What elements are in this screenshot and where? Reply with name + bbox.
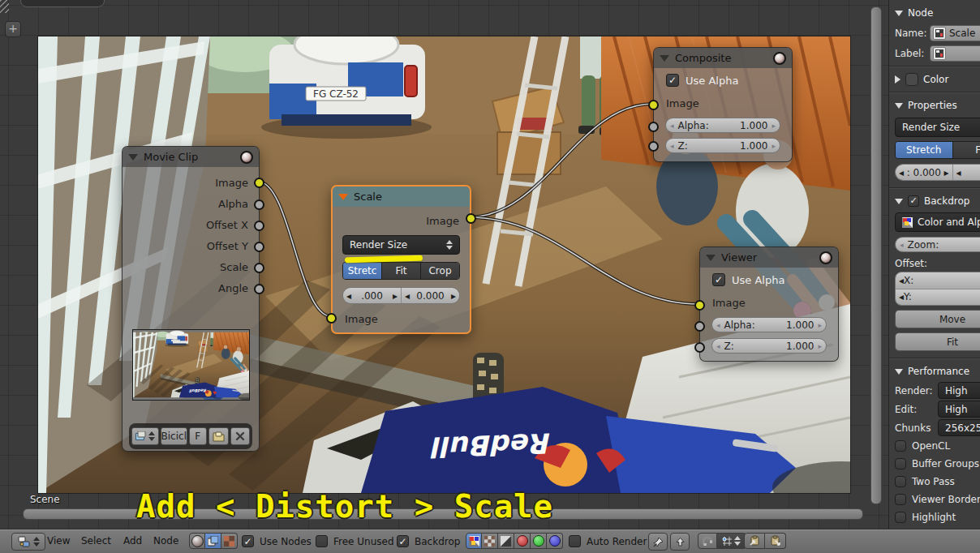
socket-z-input[interactable]	[648, 141, 659, 152]
node-header[interactable]: Scale	[333, 186, 470, 207]
collapse-triangle-icon[interactable]	[338, 194, 348, 200]
node-editor-canvas[interactable]: +	[0, 0, 888, 529]
x-value-slider[interactable]: ◂.000▸	[343, 288, 402, 303]
collapse-triangle-icon[interactable]	[128, 154, 138, 161]
option-highlight[interactable]: Highlight	[895, 508, 980, 526]
collapse-triangle-icon[interactable]	[660, 55, 669, 62]
socket-z-input[interactable]	[694, 342, 705, 353]
option-opencl[interactable]: OpenCL	[895, 437, 980, 455]
node-movie-clip[interactable]: Movie Clip Image Alpha Offset X Offset Y…	[122, 146, 260, 452]
open-file-button[interactable]	[208, 427, 230, 445]
node-header[interactable]: Viewer	[700, 247, 838, 268]
region-corner-handle[interactable]	[0, 0, 9, 13]
menu-node[interactable]: Node	[153, 535, 178, 547]
method-stretch-button[interactable]: Stretch	[896, 142, 953, 158]
render-quality-dropdown[interactable]: High	[938, 382, 980, 399]
option-two-pass[interactable]: Two Pass	[895, 473, 980, 491]
magnet-snap-icon[interactable]	[698, 533, 717, 549]
pin-button[interactable]	[648, 533, 668, 551]
collapsed-header-pill[interactable]	[20, 0, 105, 7]
collapse-triangle-icon[interactable]	[706, 255, 716, 261]
option-viewer-border[interactable]: Viewer Border	[895, 491, 980, 508]
socket-angle-output[interactable]	[254, 284, 264, 294]
method-crop-button[interactable]: Crop	[421, 263, 459, 279]
use-alpha-checkbox[interactable]	[712, 273, 725, 286]
method-fit-button[interactable]: Fit	[382, 263, 421, 279]
node-scale[interactable]: Scale Image Render Size Stretc Fit Crop …	[331, 185, 471, 334]
node-header[interactable]: Movie Clip	[122, 147, 259, 167]
blue-channel-icon[interactable]	[547, 533, 563, 549]
offset-y-slider[interactable]: ◂Y:0.	[896, 289, 980, 306]
use-alpha-checkbox[interactable]	[666, 74, 679, 87]
alpha-value-slider[interactable]: ◂Alpha: 1.000▸	[665, 118, 780, 133]
editor-type-button[interactable]	[11, 533, 45, 551]
fake-user-button[interactable]: F	[189, 427, 207, 445]
alpha-checker-icon[interactable]	[482, 533, 498, 549]
socket-image-input[interactable]	[648, 100, 659, 110]
free-unused-toggle[interactable]: Free Unused	[316, 535, 394, 547]
y-value-slider[interactable]: ◂0.000▸	[402, 288, 459, 303]
node-composite[interactable]: Composite Use Alpha Image ◂Alpha: 1.000▸…	[653, 47, 793, 162]
menu-view[interactable]: View	[47, 535, 70, 547]
red-channel-icon[interactable]	[514, 533, 531, 549]
region-expand-button[interactable]: +	[5, 21, 21, 37]
panel-color[interactable]: Color	[895, 70, 980, 89]
node-viewer[interactable]: Viewer Use Alpha Image ◂Alpha: 1.000▸ ◂Z…	[699, 246, 839, 362]
socket-alpha-input[interactable]	[648, 122, 659, 132]
panel-node[interactable]: Node	[895, 3, 980, 23]
backdrop-channels-dropdown[interactable]: Color and Alpha	[895, 212, 980, 232]
menu-add[interactable]: Add	[123, 535, 142, 547]
node-label-field[interactable]	[930, 45, 980, 62]
socket-image-output[interactable]	[466, 213, 476, 224]
x-value-slider[interactable]: ◂: 0.000▸	[896, 165, 953, 180]
option-buffer-groups[interactable]: Buffer Groups	[895, 455, 980, 473]
shader-nodes-icon[interactable]	[189, 533, 205, 549]
method-fit-button[interactable]: Fit	[953, 142, 980, 158]
socket-image-input[interactable]	[694, 300, 705, 311]
panel-performance[interactable]: Performance	[895, 362, 980, 381]
clip-browse-button[interactable]	[131, 427, 159, 445]
socket-alpha-input[interactable]	[694, 321, 705, 332]
auto-render-toggle[interactable]: Auto Render	[569, 535, 647, 547]
node-name-field[interactable]: Scale	[930, 25, 980, 41]
go-parent-button[interactable]	[670, 533, 690, 551]
compositing-nodes-icon[interactable]	[205, 533, 221, 549]
backdrop-zoom-slider[interactable]: ◂Zoom: 0	[895, 237, 980, 252]
space-dropdown[interactable]: Render Size	[895, 118, 980, 137]
socket-offsetx-output[interactable]	[254, 221, 264, 231]
vertical-scrollbar[interactable]	[870, 6, 882, 504]
space-dropdown[interactable]: Render Size	[342, 235, 460, 255]
backdrop-toggle[interactable]: Backdrop	[397, 535, 460, 547]
unlink-clip-button[interactable]	[230, 427, 250, 445]
z-value-slider[interactable]: ◂Z: 1.000▸	[665, 138, 780, 153]
backdrop-move-button[interactable]: Move	[895, 310, 980, 328]
chunks-value-field[interactable]: 256x256	[938, 419, 980, 436]
color-swatch[interactable]	[905, 73, 918, 86]
y-value-slider[interactable]: ◂Y: 0.	[953, 165, 980, 180]
socket-alpha-output[interactable]	[254, 199, 264, 210]
socket-image-input[interactable]	[326, 313, 337, 324]
panel-properties[interactable]: Properties	[895, 96, 980, 115]
use-nodes-toggle[interactable]: Use Nodes	[242, 535, 312, 547]
z-value-slider[interactable]: ◂Z: 1.000▸	[711, 338, 827, 354]
z-depth-icon[interactable]	[498, 533, 514, 549]
method-stretch-button[interactable]: Stretc	[343, 263, 382, 279]
alpha-value-slider[interactable]: ◂Alpha: 1.000▸	[711, 317, 827, 332]
paste-icon[interactable]	[765, 533, 786, 549]
node-header[interactable]: Composite	[654, 48, 792, 68]
panel-backdrop[interactable]: Backdrop	[895, 191, 980, 211]
edit-quality-dropdown[interactable]: High	[938, 401, 980, 418]
clip-name-field[interactable]: Bicicl	[161, 427, 187, 445]
socket-scale-output[interactable]	[254, 263, 264, 273]
backdrop-fit-button[interactable]: Fit	[895, 332, 980, 351]
snap-mode-dropdown[interactable]	[717, 533, 746, 549]
socket-offsety-output[interactable]	[254, 242, 264, 252]
offset-x-slider[interactable]: ◂X:0.	[896, 272, 980, 289]
color-alpha-icon[interactable]	[466, 533, 482, 549]
copy-icon[interactable]	[744, 533, 765, 549]
socket-image-output[interactable]	[254, 178, 264, 188]
menu-select[interactable]: Select	[81, 535, 111, 547]
backdrop-enable-checkbox[interactable]	[908, 195, 919, 207]
green-channel-icon[interactable]	[531, 533, 547, 549]
texture-nodes-icon[interactable]	[221, 533, 238, 549]
